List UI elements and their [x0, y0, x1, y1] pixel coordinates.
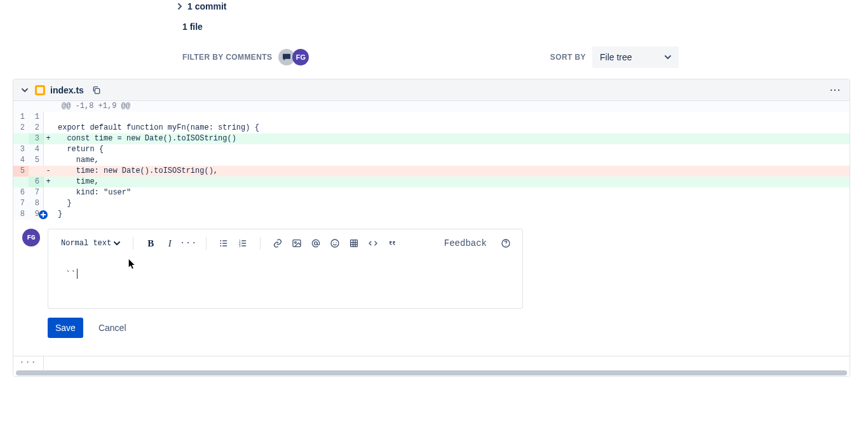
old-line-number: 7	[13, 198, 29, 209]
old-line-number: 2	[13, 123, 29, 133]
add-comment-icon[interactable]	[39, 210, 48, 219]
old-line-number: 8	[13, 209, 29, 220]
chevron-right-icon	[175, 1, 185, 11]
collapse-file-chevron[interactable]	[20, 85, 30, 95]
diff-body: @@ -1,8 +1,9 @@ 1122export default funct…	[13, 101, 850, 376]
summary-section: 1 commit 1 file	[175, 0, 868, 32]
code-content: return {	[53, 144, 850, 155]
bullet-list-button[interactable]	[215, 235, 232, 252]
filter-label: FILTER BY COMMENTS	[182, 53, 272, 62]
cancel-button[interactable]: Cancel	[91, 318, 134, 338]
expand-context-button[interactable]: ···	[13, 356, 44, 370]
diff-line[interactable]: 5- time: new Date().toISOString(),	[13, 166, 850, 177]
feedback-link[interactable]: Feedback	[440, 236, 491, 252]
code-content: }	[53, 209, 850, 220]
diff-file-panel: index.ts ··· @@ -1,8 +1,9 @@ 1122export …	[13, 79, 850, 377]
svg-rect-2	[222, 240, 227, 241]
svg-point-5	[220, 245, 222, 246]
code-content: }	[53, 198, 850, 209]
editor-toolbar: Normal text B I ··· 123	[48, 229, 522, 257]
old-line-number: 3	[13, 144, 29, 155]
svg-rect-12	[241, 245, 246, 246]
diff-line[interactable]: 11	[13, 112, 850, 123]
code-content: kind: "user"	[53, 187, 850, 198]
user-filter-avatar[interactable]: FG	[292, 49, 309, 65]
comment-textarea[interactable]: ``	[48, 257, 522, 308]
diff-line[interactable]: 89}	[13, 209, 850, 220]
sort-value: File tree	[600, 52, 665, 62]
code-content: time: new Date().toISOString(),	[53, 166, 850, 177]
inline-comment-block: FG Normal text B I ···	[13, 220, 850, 356]
diff-line[interactable]: 34 return {	[13, 144, 850, 155]
diff-line[interactable]: 22export default function myFn(name: str…	[13, 123, 850, 133]
new-line-number: 1	[29, 112, 44, 123]
svg-rect-19	[351, 240, 358, 247]
italic-button[interactable]: I	[161, 235, 178, 252]
commits-toggle[interactable]: 1 commit	[175, 0, 868, 13]
svg-point-17	[334, 242, 334, 243]
new-line-number: 9	[29, 209, 44, 220]
text-caret	[77, 269, 78, 279]
link-button[interactable]	[269, 235, 286, 252]
file-more-menu[interactable]: ···	[828, 83, 843, 98]
horizontal-scrollbar[interactable]	[13, 370, 850, 376]
help-button[interactable]	[498, 236, 513, 251]
svg-point-3	[220, 243, 222, 244]
file-name[interactable]: index.ts	[50, 85, 84, 95]
new-line-number: 8	[29, 198, 44, 209]
diff-file-header: index.ts ···	[13, 79, 850, 101]
svg-rect-10	[241, 243, 246, 243]
new-line-number: 2	[29, 123, 44, 133]
svg-rect-8	[241, 240, 246, 241]
mention-button[interactable]	[308, 235, 324, 252]
diff-line[interactable]: 45 name,	[13, 155, 850, 166]
new-line-number: 5	[29, 155, 44, 166]
sort-select[interactable]: File tree	[592, 46, 679, 68]
filter-sort-bar: FILTER BY COMMENTS FG SORT BY File tree	[182, 46, 679, 69]
code-content: const time = new Date().toISOString()	[53, 133, 850, 144]
emoji-button[interactable]	[327, 235, 343, 252]
svg-rect-0	[95, 88, 99, 93]
scrollbar-thumb[interactable]	[16, 370, 847, 375]
old-line-number: 4	[13, 155, 29, 166]
numbered-list-button[interactable]: 123	[234, 235, 251, 252]
new-line-number: 4	[29, 144, 44, 155]
hunk-header: @@ -1,8 +1,9 @@	[13, 101, 850, 112]
more-formatting-button[interactable]: ···	[180, 235, 197, 252]
commits-count: 1 commit	[187, 1, 226, 11]
text-style-dropdown[interactable]: Normal text	[57, 236, 124, 252]
table-button[interactable]	[346, 235, 362, 252]
diff-line[interactable]: 67 kind: "user"	[13, 187, 850, 198]
diff-line[interactable]: 78 }	[13, 198, 850, 209]
comment-editor: Normal text B I ··· 123	[48, 229, 523, 309]
code-content: name,	[53, 155, 850, 166]
bold-button[interactable]: B	[142, 235, 159, 252]
editor-content: ``	[66, 270, 76, 279]
copy-path-icon[interactable]	[89, 83, 104, 98]
svg-text:3: 3	[239, 245, 241, 248]
quote-button[interactable]	[384, 235, 400, 252]
chevron-down-icon	[665, 54, 671, 60]
comment-author-avatar: FG	[22, 229, 40, 246]
files-count: 1 file	[182, 22, 868, 32]
new-line-number: 6	[29, 177, 44, 187]
diff-sign: +	[44, 133, 53, 144]
new-line-number: 3	[29, 133, 44, 144]
diff-sign: +	[44, 177, 53, 187]
diff-line[interactable]: 3+ const time = new Date().toISOString()	[13, 133, 850, 144]
svg-point-1	[220, 240, 222, 241]
svg-rect-4	[222, 243, 227, 243]
image-button[interactable]	[288, 235, 305, 252]
sort-label: SORT BY	[550, 53, 586, 62]
code-button[interactable]	[365, 235, 381, 252]
diff-line[interactable]: 6+ time,	[13, 177, 850, 187]
old-line-number: 1	[13, 112, 29, 123]
svg-point-18	[336, 242, 337, 243]
svg-point-25	[505, 245, 506, 246]
old-line-number: 6	[13, 187, 29, 198]
old-line-number: 5	[13, 166, 29, 177]
new-line-number: 7	[29, 187, 44, 198]
diff-sign: -	[44, 166, 53, 177]
save-button[interactable]: Save	[48, 318, 83, 338]
text-style-value: Normal text	[61, 238, 111, 249]
